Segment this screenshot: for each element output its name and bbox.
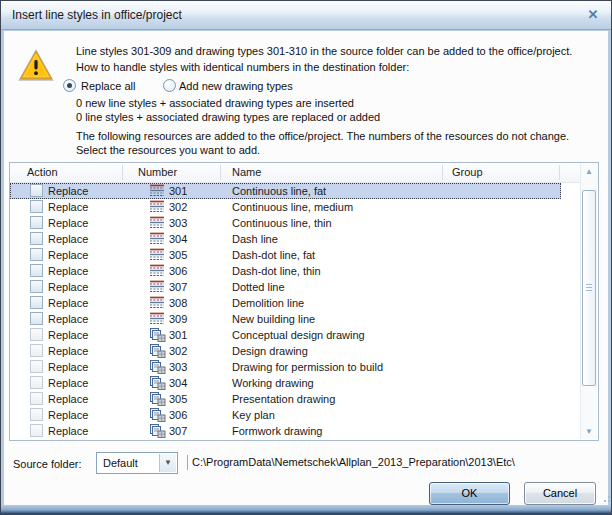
scroll-up-icon: ▲ [585, 167, 593, 176]
row-checkbox[interactable] [30, 344, 43, 357]
table-row[interactable]: Replace 301 Continuous line, fat [10, 183, 561, 199]
line-style-icon [149, 296, 166, 310]
column-header-name[interactable]: Name [232, 166, 261, 178]
table-row[interactable]: Replace 302 Design drawing [10, 343, 561, 359]
table-row[interactable]: Replace 305 Presentation drawing [10, 391, 561, 407]
column-divider [442, 165, 443, 180]
drawing-type-icon [149, 376, 166, 390]
scroll-up-button[interactable]: ▲ [581, 164, 597, 179]
cancel-button[interactable]: Cancel [524, 482, 596, 505]
row-number: 306 [169, 409, 187, 421]
row-action-label: Replace [48, 185, 88, 197]
row-checkbox[interactable] [30, 328, 43, 341]
column-header-action[interactable]: Action [27, 166, 58, 178]
scroll-down-icon: ▼ [585, 427, 593, 436]
table-row[interactable]: Replace 307 Formwork drawing [10, 423, 561, 439]
row-number: 303 [169, 217, 187, 229]
source-folder-path: C:\ProgramData\Nemetschek\Allplan_2013_P… [187, 455, 515, 470]
row-number: 302 [169, 201, 187, 213]
row-checkbox[interactable] [30, 280, 43, 293]
row-checkbox[interactable] [30, 312, 43, 325]
window-bottom-frame [1, 505, 611, 514]
radio-replace-all[interactable] [63, 79, 76, 92]
table-row[interactable]: Replace 302 Continuous line, medium [10, 199, 561, 215]
table-row[interactable]: Replace 303 Continuous line, thin [10, 215, 561, 231]
row-action-label: Replace [48, 425, 88, 437]
column-divider [122, 165, 123, 180]
row-checkbox[interactable] [30, 184, 43, 197]
resize-grip[interactable] [604, 500, 606, 502]
table-row[interactable]: Replace 301 Conceptual design drawing [10, 327, 561, 343]
table-row[interactable]: Replace 309 New building line [10, 311, 561, 327]
info-line-2: How to handle styles with identical numb… [76, 61, 409, 73]
row-action-label: Replace [48, 377, 88, 389]
row-number: 303 [169, 361, 187, 373]
row-name: Drawing for permission to build [232, 361, 383, 373]
row-number: 306 [169, 265, 187, 277]
table-row[interactable]: Replace 304 Working drawing [10, 375, 561, 391]
row-number: 304 [169, 377, 187, 389]
row-name: Conceptual design drawing [232, 329, 365, 341]
title-bar[interactable]: Insert line styles in office/project ✕ [1, 1, 611, 30]
row-checkbox[interactable] [30, 408, 43, 421]
column-divider [559, 165, 560, 180]
table-row[interactable]: Replace 305 Dash-dot line, fat [10, 247, 561, 263]
row-action-label: Replace [48, 265, 88, 277]
row-checkbox[interactable] [30, 232, 43, 245]
row-action-label: Replace [48, 297, 88, 309]
row-checkbox[interactable] [30, 200, 43, 213]
row-checkbox[interactable] [30, 248, 43, 261]
row-action-label: Replace [48, 345, 88, 357]
row-action-label: Replace [48, 313, 88, 325]
source-folder-value: Default [103, 457, 138, 469]
row-name: Demolition line [232, 297, 304, 309]
scroll-down-button[interactable]: ▼ [581, 424, 597, 439]
table-row[interactable]: Replace 306 Key plan [10, 407, 561, 423]
row-name: Dash-dot line, thin [232, 265, 321, 277]
row-checkbox[interactable] [30, 424, 43, 437]
stat-inserted: 0 new line styles + associated drawing t… [76, 97, 354, 109]
row-checkbox[interactable] [30, 392, 43, 405]
dropdown-button[interactable]: ▼ [159, 454, 176, 472]
row-number: 309 [169, 313, 187, 325]
row-checkbox[interactable] [30, 360, 43, 373]
row-checkbox[interactable] [30, 376, 43, 389]
ok-button[interactable]: OK [429, 482, 510, 505]
table-row[interactable]: Replace 303 Drawing for permission to bu… [10, 359, 561, 375]
row-action-label: Replace [48, 329, 88, 341]
info-line-1: Line styles 301-309 and drawing types 30… [76, 45, 572, 57]
row-checkbox[interactable] [30, 264, 43, 277]
drawing-type-icon [149, 392, 166, 406]
row-checkbox[interactable] [30, 216, 43, 229]
radio-add-new-drawing-types[interactable] [163, 79, 176, 92]
row-number: 307 [169, 425, 187, 437]
column-header-group[interactable]: Group [452, 166, 483, 178]
line-style-icon [149, 232, 166, 246]
table-row[interactable]: Replace 304 Dash line [10, 231, 561, 247]
row-checkbox[interactable] [30, 296, 43, 309]
radio-add-new-drawing-types-label[interactable]: Add new drawing types [179, 80, 293, 92]
table-header: Action Number Name Group [10, 163, 598, 183]
line-style-icon [149, 280, 166, 294]
drawing-type-icon [149, 424, 166, 438]
dialog-title: Insert line styles in office/project [12, 8, 182, 22]
column-divider [220, 165, 221, 180]
row-number: 308 [169, 297, 187, 309]
vertical-scrollbar[interactable]: ▲ ▼ [580, 164, 597, 439]
scrollbar-grip-icon [586, 284, 592, 293]
table-row[interactable]: Replace 308 Demolition line [10, 295, 561, 311]
close-icon: ✕ [588, 7, 599, 22]
radio-replace-all-label[interactable]: Replace all [81, 80, 135, 92]
line-style-icon [149, 312, 166, 326]
scrollbar-thumb[interactable] [582, 190, 596, 386]
close-button[interactable]: ✕ [584, 6, 602, 24]
source-folder-select[interactable]: Default ▼ [96, 452, 178, 474]
column-header-number[interactable]: Number [138, 166, 177, 178]
table-row[interactable]: Replace 306 Dash-dot line, thin [10, 263, 561, 279]
line-style-icon [149, 200, 166, 214]
row-name: Continuous line, thin [232, 217, 332, 229]
row-name: Design drawing [232, 345, 308, 357]
drawing-type-icon [149, 408, 166, 422]
row-action-label: Replace [48, 361, 88, 373]
table-row[interactable]: Replace 307 Dotted line [10, 279, 561, 295]
